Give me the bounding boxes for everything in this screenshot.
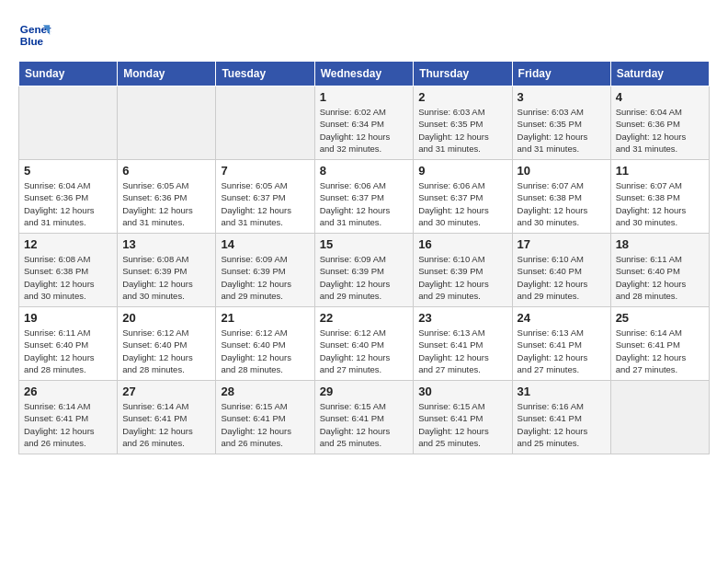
calendar-cell — [610, 381, 709, 454]
day-number: 25 — [616, 311, 704, 325]
day-number: 15 — [320, 237, 409, 251]
day-number: 5 — [24, 164, 112, 178]
day-info: Sunrise: 6:09 AM Sunset: 6:39 PM Dayligh… — [320, 253, 409, 302]
weekday-header-thursday: Thursday — [414, 62, 512, 86]
day-number: 18 — [616, 237, 704, 251]
calendar-cell: 18Sunrise: 6:11 AM Sunset: 6:40 PM Dayli… — [610, 234, 709, 307]
weekday-header-row: SundayMondayTuesdayWednesdayThursdayFrid… — [19, 62, 710, 86]
day-info: Sunrise: 6:09 AM Sunset: 6:39 PM Dayligh… — [221, 253, 309, 302]
calendar-cell: 10Sunrise: 6:07 AM Sunset: 6:38 PM Dayli… — [512, 160, 610, 234]
calendar-cell: 19Sunrise: 6:11 AM Sunset: 6:40 PM Dayli… — [19, 307, 118, 381]
day-number: 26 — [24, 385, 112, 398]
day-info: Sunrise: 6:05 AM Sunset: 6:37 PM Dayligh… — [221, 179, 309, 228]
page-header: General Blue — [18, 18, 710, 52]
calendar-cell: 22Sunrise: 6:12 AM Sunset: 6:40 PM Dayli… — [314, 307, 414, 381]
day-number: 7 — [221, 164, 309, 178]
calendar-cell: 3Sunrise: 6:03 AM Sunset: 6:35 PM Daylig… — [512, 86, 610, 160]
day-info: Sunrise: 6:16 AM Sunset: 6:41 PM Dayligh… — [518, 400, 606, 449]
day-info: Sunrise: 6:04 AM Sunset: 6:36 PM Dayligh… — [24, 179, 112, 228]
calendar-cell: 25Sunrise: 6:14 AM Sunset: 6:41 PM Dayli… — [610, 307, 709, 381]
day-number: 17 — [518, 237, 606, 251]
day-number: 8 — [320, 164, 409, 178]
day-number: 4 — [616, 90, 704, 104]
calendar-week-row: 5Sunrise: 6:04 AM Sunset: 6:36 PM Daylig… — [19, 160, 710, 234]
calendar-cell: 21Sunrise: 6:12 AM Sunset: 6:40 PM Dayli… — [216, 307, 314, 381]
day-info: Sunrise: 6:07 AM Sunset: 6:38 PM Dayligh… — [616, 179, 704, 228]
day-number: 23 — [418, 311, 506, 325]
day-number: 10 — [518, 164, 606, 178]
day-info: Sunrise: 6:12 AM Sunset: 6:40 PM Dayligh… — [221, 327, 309, 375]
day-info: Sunrise: 6:13 AM Sunset: 6:41 PM Dayligh… — [418, 327, 506, 375]
weekday-header-friday: Friday — [512, 62, 610, 86]
day-info: Sunrise: 6:05 AM Sunset: 6:36 PM Dayligh… — [122, 179, 210, 228]
calendar-cell: 12Sunrise: 6:08 AM Sunset: 6:38 PM Dayli… — [19, 234, 118, 307]
calendar-cell — [19, 86, 118, 160]
weekday-header-saturday: Saturday — [610, 62, 709, 86]
calendar-cell: 28Sunrise: 6:15 AM Sunset: 6:41 PM Dayli… — [216, 381, 314, 454]
day-number: 21 — [221, 311, 309, 325]
calendar-cell: 31Sunrise: 6:16 AM Sunset: 6:41 PM Dayli… — [512, 381, 610, 454]
calendar-week-row: 1Sunrise: 6:02 AM Sunset: 6:34 PM Daylig… — [19, 86, 710, 160]
day-info: Sunrise: 6:15 AM Sunset: 6:41 PM Dayligh… — [221, 400, 309, 449]
calendar-cell: 20Sunrise: 6:12 AM Sunset: 6:40 PM Dayli… — [118, 307, 216, 381]
day-number: 16 — [418, 237, 506, 251]
calendar-week-row: 12Sunrise: 6:08 AM Sunset: 6:38 PM Dayli… — [19, 234, 710, 307]
day-info: Sunrise: 6:02 AM Sunset: 6:34 PM Dayligh… — [320, 106, 409, 155]
logo-icon: General Blue — [18, 18, 51, 52]
day-info: Sunrise: 6:03 AM Sunset: 6:35 PM Dayligh… — [518, 106, 606, 155]
calendar-cell: 30Sunrise: 6:15 AM Sunset: 6:41 PM Dayli… — [414, 381, 512, 454]
calendar-table: SundayMondayTuesdayWednesdayThursdayFrid… — [18, 61, 710, 454]
day-info: Sunrise: 6:10 AM Sunset: 6:40 PM Dayligh… — [518, 253, 606, 302]
svg-text:Blue: Blue — [20, 35, 44, 47]
day-number: 22 — [320, 311, 409, 325]
calendar-cell: 26Sunrise: 6:14 AM Sunset: 6:41 PM Dayli… — [19, 381, 118, 454]
day-info: Sunrise: 6:10 AM Sunset: 6:39 PM Dayligh… — [418, 253, 506, 302]
day-info: Sunrise: 6:08 AM Sunset: 6:38 PM Dayligh… — [24, 253, 112, 302]
calendar-cell: 5Sunrise: 6:04 AM Sunset: 6:36 PM Daylig… — [19, 160, 118, 234]
day-number: 13 — [122, 237, 210, 251]
calendar-cell: 9Sunrise: 6:06 AM Sunset: 6:37 PM Daylig… — [414, 160, 512, 234]
day-info: Sunrise: 6:11 AM Sunset: 6:40 PM Dayligh… — [616, 253, 704, 302]
weekday-header-sunday: Sunday — [19, 62, 118, 86]
day-info: Sunrise: 6:15 AM Sunset: 6:41 PM Dayligh… — [320, 400, 409, 449]
calendar-cell: 17Sunrise: 6:10 AM Sunset: 6:40 PM Dayli… — [512, 234, 610, 307]
day-number: 1 — [320, 90, 409, 104]
day-info: Sunrise: 6:15 AM Sunset: 6:41 PM Dayligh… — [418, 400, 506, 449]
day-info: Sunrise: 6:13 AM Sunset: 6:41 PM Dayligh… — [518, 327, 606, 375]
day-number: 27 — [122, 385, 210, 398]
day-number: 28 — [221, 385, 309, 398]
day-number: 31 — [518, 385, 606, 398]
day-info: Sunrise: 6:04 AM Sunset: 6:36 PM Dayligh… — [616, 106, 704, 155]
calendar-cell: 11Sunrise: 6:07 AM Sunset: 6:38 PM Dayli… — [610, 160, 709, 234]
calendar-cell: 2Sunrise: 6:03 AM Sunset: 6:35 PM Daylig… — [414, 86, 512, 160]
calendar-cell — [216, 86, 314, 160]
day-info: Sunrise: 6:07 AM Sunset: 6:38 PM Dayligh… — [518, 179, 606, 228]
day-number: 12 — [24, 237, 112, 251]
calendar-cell: 14Sunrise: 6:09 AM Sunset: 6:39 PM Dayli… — [216, 234, 314, 307]
day-info: Sunrise: 6:08 AM Sunset: 6:39 PM Dayligh… — [122, 253, 210, 302]
calendar-cell: 27Sunrise: 6:14 AM Sunset: 6:41 PM Dayli… — [118, 381, 216, 454]
day-number: 6 — [122, 164, 210, 178]
day-info: Sunrise: 6:06 AM Sunset: 6:37 PM Dayligh… — [418, 179, 506, 228]
calendar-cell: 6Sunrise: 6:05 AM Sunset: 6:36 PM Daylig… — [118, 160, 216, 234]
calendar-cell: 23Sunrise: 6:13 AM Sunset: 6:41 PM Dayli… — [414, 307, 512, 381]
day-info: Sunrise: 6:12 AM Sunset: 6:40 PM Dayligh… — [122, 327, 210, 375]
day-number: 2 — [418, 90, 506, 104]
calendar-cell: 13Sunrise: 6:08 AM Sunset: 6:39 PM Dayli… — [118, 234, 216, 307]
day-number: 9 — [418, 164, 506, 178]
calendar-cell: 8Sunrise: 6:06 AM Sunset: 6:37 PM Daylig… — [314, 160, 414, 234]
day-number: 19 — [24, 311, 112, 325]
calendar-cell: 7Sunrise: 6:05 AM Sunset: 6:37 PM Daylig… — [216, 160, 314, 234]
day-number: 29 — [320, 385, 409, 398]
day-number: 24 — [518, 311, 606, 325]
calendar-week-row: 26Sunrise: 6:14 AM Sunset: 6:41 PM Dayli… — [19, 381, 710, 454]
day-number: 30 — [418, 385, 506, 398]
calendar-cell: 15Sunrise: 6:09 AM Sunset: 6:39 PM Dayli… — [314, 234, 414, 307]
day-info: Sunrise: 6:14 AM Sunset: 6:41 PM Dayligh… — [122, 400, 210, 449]
calendar-cell: 4Sunrise: 6:04 AM Sunset: 6:36 PM Daylig… — [610, 86, 709, 160]
day-info: Sunrise: 6:14 AM Sunset: 6:41 PM Dayligh… — [24, 400, 112, 449]
day-info: Sunrise: 6:06 AM Sunset: 6:37 PM Dayligh… — [320, 179, 409, 228]
day-number: 14 — [221, 237, 309, 251]
day-info: Sunrise: 6:11 AM Sunset: 6:40 PM Dayligh… — [24, 327, 112, 375]
logo: General Blue — [18, 18, 51, 52]
